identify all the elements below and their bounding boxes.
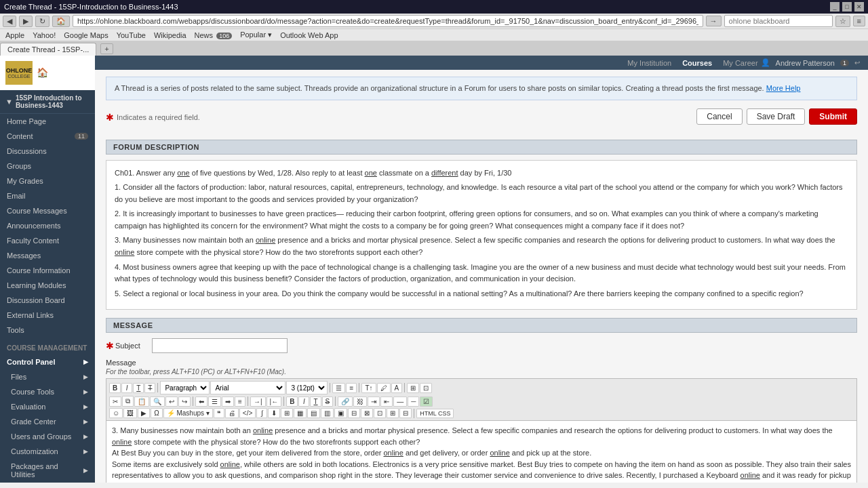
bookmark-popular[interactable]: Popular ▾ — [240, 30, 272, 39]
sidebar-item-announcements[interactable]: Announcements — [0, 218, 95, 233]
list-ordered-btn[interactable]: ≡ — [346, 383, 357, 393]
link-btn[interactable]: 🔗 — [338, 396, 353, 407]
expand-btn[interactable]: ⊞ — [407, 383, 419, 393]
search-bar[interactable] — [724, 15, 833, 27]
sidebar-item-email[interactable]: Email — [0, 188, 95, 203]
list-unordered-btn[interactable]: ☰ — [332, 383, 345, 393]
sidebar-item-users-and-groups[interactable]: Users and Groups ▶ — [0, 429, 95, 444]
sidebar-item-external-links[interactable]: External Links — [0, 308, 95, 323]
underline-btn[interactable]: T — [133, 383, 144, 393]
forward-btn[interactable]: ▶ — [19, 16, 33, 27]
sidebar-item-grade-center[interactable]: Grade Center ▶ — [0, 414, 95, 429]
font-size-up-btn[interactable]: T↑ — [361, 383, 376, 393]
table-split-btn[interactable]: ⊟ — [348, 408, 360, 418]
unlink-btn[interactable]: ⛓ — [353, 396, 367, 407]
sidebar-item-course-information[interactable]: Course Information — [0, 263, 95, 278]
line-btn[interactable]: — — [393, 396, 407, 407]
image-btn[interactable]: 🖼 — [123, 408, 137, 418]
sidebar-item-messages[interactable]: Messages — [0, 248, 95, 263]
bookmark-apple[interactable]: Apple — [5, 31, 24, 39]
download-btn[interactable]: ⬇ — [268, 408, 280, 418]
sidebar-item-packages-utilities[interactable]: Packages and Utilities ▶ — [0, 459, 95, 482]
indent-more-btn[interactable]: ⇥ — [368, 396, 380, 407]
bookmark-news[interactable]: News 106 — [195, 31, 233, 39]
bold-btn[interactable]: B — [109, 383, 121, 393]
sidebar-item-discussions[interactable]: Discussions — [0, 144, 95, 159]
format-select[interactable]: Paragraph Heading 1 Heading 2 — [160, 381, 210, 394]
sidebar-item-course-tools[interactable]: Course Tools ▶ — [0, 384, 95, 399]
indent-less-btn[interactable]: ⇤ — [380, 396, 393, 407]
smiley-btn[interactable]: ☺ — [109, 408, 123, 418]
strikethrough-btn[interactable]: T — [144, 383, 155, 393]
bold-btn-2[interactable]: B — [286, 396, 298, 407]
table-insert-btn[interactable]: ⊞ — [281, 408, 293, 418]
font-select[interactable]: Arial Times New Roman Courier New — [210, 381, 285, 394]
collapse-btn[interactable]: ⊡ — [420, 383, 432, 393]
nav-my-institution[interactable]: My Institution — [627, 59, 671, 67]
math-btn[interactable]: ∫ — [256, 408, 267, 418]
table-btn[interactable]: ▦ — [294, 408, 307, 418]
menu-btn[interactable]: ≡ — [853, 16, 865, 26]
nav-my-career[interactable]: My Career — [723, 59, 757, 67]
cancel-button[interactable]: Cancel — [696, 108, 742, 125]
redo-btn[interactable]: ↪ — [178, 396, 191, 407]
align-justify-btn[interactable]: ≡ — [235, 396, 245, 407]
bookmark-google-maps[interactable]: Google Maps — [64, 31, 108, 39]
editor-body[interactable]: 3. Many businesses now maintain both an … — [106, 420, 857, 483]
italic-btn-2[interactable]: I — [298, 396, 309, 407]
sidebar-item-discussion-board[interactable]: Discussion Board — [0, 293, 95, 308]
table-del-btn[interactable]: ⊟ — [399, 408, 412, 418]
underline-btn-2[interactable]: T — [310, 396, 321, 407]
sidebar-item-faculty-content[interactable]: Faculty Content — [0, 233, 95, 248]
close-btn[interactable]: ✕ — [854, 2, 864, 12]
checkbox-checked-btn[interactable]: ☑ — [420, 396, 433, 407]
star-btn[interactable]: ☆ — [835, 16, 850, 27]
sidebar-item-tools[interactable]: Tools — [0, 323, 95, 338]
mashups-btn[interactable]: ⚡ Mashups ▾ — [163, 408, 213, 418]
sidebar-item-help[interactable]: Help — [0, 482, 95, 483]
table-col-btn[interactable]: ▥ — [321, 408, 334, 418]
table-row-btn[interactable]: ▤ — [307, 408, 320, 418]
outdent-btn[interactable]: |← — [267, 396, 282, 407]
strikethrough-btn-2[interactable]: S — [322, 396, 334, 407]
subject-input[interactable] — [152, 338, 288, 353]
sidebar-item-my-grades[interactable]: My Grades — [0, 174, 95, 188]
address-bar[interactable] — [73, 15, 703, 27]
sidebar-item-evaluation[interactable]: Evaluation ▶ — [0, 399, 95, 414]
html-css-btn[interactable]: HTML CSS — [416, 409, 454, 418]
bookmark-youtube[interactable]: YouTube — [117, 31, 146, 39]
back-btn[interactable]: ◀ — [3, 16, 16, 27]
sidebar-item-files[interactable]: Files ▶ — [0, 369, 95, 384]
align-right-btn[interactable]: ➡ — [222, 396, 234, 407]
special-chars-btn[interactable]: Ω — [151, 408, 162, 418]
color-btn[interactable]: A — [391, 383, 403, 393]
go-btn[interactable]: → — [706, 16, 722, 26]
hr-btn[interactable]: ─ — [408, 396, 419, 407]
bookmark-wikipedia[interactable]: Wikipedia — [154, 31, 186, 39]
cut-btn[interactable]: ✂ — [109, 396, 121, 407]
paste-btn[interactable]: 📋 — [134, 396, 149, 407]
bookmark-outlook[interactable]: Outlook Web App — [280, 31, 338, 39]
new-tab-btn[interactable]: + — [100, 43, 113, 54]
sidebar-item-customization[interactable]: Customization ▶ — [0, 444, 95, 459]
sidebar-item-content[interactable]: Content 11 — [0, 129, 95, 144]
indent-btn[interactable]: →| — [250, 396, 266, 407]
sidebar-item-learning-modules[interactable]: Learning Modules — [0, 278, 95, 293]
blockquote-btn[interactable]: ❝ — [214, 408, 224, 418]
align-center-btn[interactable]: ☰ — [208, 396, 221, 407]
bookmark-yahoo[interactable]: Yahoo! — [33, 31, 56, 39]
highlight-btn[interactable]: 🖊 — [377, 383, 391, 393]
copy-btn[interactable]: ⧉ — [122, 396, 134, 407]
sidebar-item-control-panel[interactable]: Control Panel ▶ — [0, 354, 95, 369]
sidebar-item-groups[interactable]: Groups — [0, 159, 95, 174]
sidebar-item-homepage[interactable]: Home Page — [0, 114, 95, 129]
tab-create-thread[interactable]: Create Thread - 15SP-... — [0, 43, 96, 56]
save-draft-button[interactable]: Save Draft — [747, 108, 806, 125]
minimize-btn[interactable]: _ — [830, 2, 840, 12]
media-btn[interactable]: ▶ — [138, 408, 150, 418]
nav-courses[interactable]: Courses — [682, 59, 712, 67]
submit-button[interactable]: Submit — [809, 108, 857, 125]
align-left-btn[interactable]: ⬅ — [195, 396, 208, 407]
search-btn[interactable]: 🔍 — [150, 396, 165, 407]
table-del-row-btn[interactable]: ⊡ — [374, 408, 386, 418]
